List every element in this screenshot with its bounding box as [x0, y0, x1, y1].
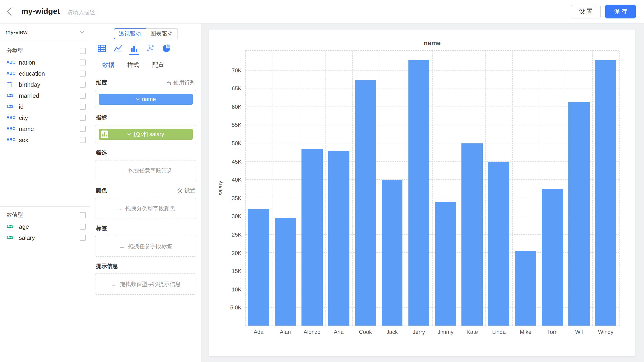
tab-data[interactable]: 数据 — [96, 58, 121, 73]
field-row-sex[interactable]: ABCsex — [0, 134, 90, 145]
x-axis-tick-label: Kate — [459, 329, 486, 335]
dimension-drop-area[interactable]: name — [95, 90, 196, 108]
field-checkbox[interactable] — [80, 137, 86, 143]
bar-chart-icon[interactable] — [129, 44, 139, 55]
color-section-header: 颜色 设置 — [96, 187, 196, 194]
header: my-widget 设 置 保 存 — [0, 0, 644, 24]
bar-slot — [459, 51, 486, 326]
field-group: 数值型123age123salary — [0, 206, 90, 243]
chart-card: name salary 5.0K10K15K20K25K30K35K40K45K… — [209, 30, 635, 356]
field-checkbox[interactable] — [80, 92, 86, 98]
field-name: city — [19, 114, 80, 121]
y-axis-tick-label: 40K — [232, 176, 242, 183]
field-checkbox[interactable] — [80, 104, 86, 110]
view-selector[interactable]: my-view — [0, 24, 90, 41]
page-title: my-widget — [21, 7, 60, 16]
field-row-age[interactable]: 123age — [0, 221, 90, 232]
y-axis-tick-label: 30K — [232, 213, 242, 220]
tooltip-drop-zone[interactable]: → 拖拽数值型字段提示信息 — [95, 274, 196, 295]
measure-drop-area[interactable]: [总计] salary — [95, 125, 196, 144]
field-checkbox[interactable] — [80, 234, 86, 240]
bar-Alan[interactable] — [275, 218, 296, 326]
text-field-icon: ABC — [6, 60, 19, 64]
app-window: my-widget 设 置 保 存 my-view 分类型ABCnationAB… — [0, 0, 644, 362]
pie-chart-icon[interactable] — [161, 44, 172, 55]
field-row-city[interactable]: ABCcity — [0, 112, 90, 123]
scatter-chart-icon[interactable] — [145, 44, 155, 55]
back-button[interactable] — [6, 4, 18, 18]
tab-settings[interactable]: 配置 — [146, 58, 170, 73]
field-group: 分类型ABCnationABCeducationbirthday123marri… — [0, 45, 90, 145]
field-checkbox[interactable] — [80, 126, 86, 132]
text-field-icon: ABC — [6, 126, 19, 131]
description-input[interactable] — [67, 9, 169, 16]
field-checkbox[interactable] — [80, 70, 86, 76]
mode-chart-button[interactable]: 图表驱动 — [146, 28, 178, 39]
field-row-id[interactable]: 123id — [0, 101, 90, 112]
x-axis-tick-label: Jimmy — [432, 329, 459, 335]
bar-Linda[interactable] — [488, 162, 510, 326]
filter-drop-zone[interactable]: → 拖拽任意字段筛选 — [95, 160, 196, 181]
dimension-label: 维度 — [96, 79, 107, 87]
field-row-birthday[interactable]: birthday — [0, 79, 90, 90]
save-button[interactable]: 保 存 — [606, 4, 636, 18]
arrow-right-icon: → — [119, 167, 125, 174]
y-axis-tick-label: 65K — [232, 85, 242, 92]
field-checkbox[interactable] — [80, 114, 86, 120]
y-axis-ticks: 5.0K10K15K20K25K30K35K40K45K50K55K60K65K… — [224, 50, 245, 326]
field-row-education[interactable]: ABCeducation — [0, 68, 90, 79]
field-group-label: 数值型 — [6, 211, 23, 219]
color-settings-action[interactable]: 设置 — [177, 187, 196, 194]
dimension-pill-name[interactable]: name — [99, 94, 193, 105]
y-axis-tick-label: 45K — [232, 158, 242, 165]
bar-chart-mini-icon — [101, 130, 108, 138]
bar-Tom[interactable] — [542, 189, 563, 326]
x-axis-tick-label: Tom — [539, 329, 566, 335]
bar-Ada[interactable] — [248, 209, 269, 326]
field-checkbox[interactable] — [80, 59, 86, 65]
field-row-nation[interactable]: ABCnation — [0, 57, 90, 68]
measure-pill-salary[interactable]: [总计] salary — [99, 129, 193, 140]
measure-label: 指标 — [96, 114, 107, 122]
bar-Jimmy[interactable] — [435, 202, 456, 326]
field-name: birthday — [19, 81, 80, 88]
field-name: age — [19, 223, 80, 230]
number-field-icon: 123 — [6, 235, 19, 240]
use-rows-cols-action[interactable]: ⇆ 使用行列 — [167, 79, 196, 87]
field-row-salary[interactable]: 123salary — [0, 232, 90, 243]
tab-style[interactable]: 样式 — [121, 58, 146, 73]
field-row-name[interactable]: ABCname — [0, 123, 90, 134]
field-group-label: 分类型 — [6, 47, 23, 55]
mode-pivot-button[interactable]: 透视驱动 — [114, 28, 146, 39]
bar-Alonzo[interactable] — [302, 149, 323, 326]
bar-Jack[interactable] — [382, 180, 403, 326]
field-row-married[interactable]: 123married — [0, 90, 90, 101]
number-field-icon: 123 — [6, 104, 19, 109]
field-checkbox[interactable] — [80, 82, 86, 88]
number-field-icon: 123 — [6, 224, 19, 229]
chevron-down-icon — [136, 98, 140, 100]
label-label: 标签 — [96, 224, 107, 232]
field-checkbox[interactable] — [80, 224, 86, 230]
line-chart-icon[interactable] — [113, 44, 123, 55]
x-axis-tick-label: Wil — [566, 329, 592, 335]
bar-Aria[interactable] — [328, 151, 350, 326]
arrow-right-icon: → — [119, 243, 125, 250]
bar-slot — [299, 51, 326, 326]
bar-Cook[interactable] — [355, 80, 376, 326]
settings-button[interactable]: 设 置 — [571, 4, 601, 18]
bar-Kate[interactable] — [462, 144, 483, 326]
bar-Mike[interactable] — [515, 251, 536, 326]
field-checkbox[interactable] — [80, 212, 86, 218]
table-icon[interactable] — [97, 44, 107, 55]
bar-Windy[interactable] — [595, 60, 616, 326]
bar-Jerry[interactable] — [408, 60, 430, 326]
bars-container — [245, 51, 619, 326]
bar-slot — [245, 51, 272, 326]
label-drop-zone[interactable]: → 拖拽任意字段标签 — [95, 236, 196, 257]
bar-Wil[interactable] — [568, 102, 590, 326]
y-axis-title: salary — [217, 50, 224, 326]
field-checkbox[interactable] — [80, 48, 86, 54]
color-drop-zone[interactable]: → 拖拽分类型字段颜色 — [95, 198, 196, 219]
x-axis-tick-label: Cook — [352, 329, 379, 335]
